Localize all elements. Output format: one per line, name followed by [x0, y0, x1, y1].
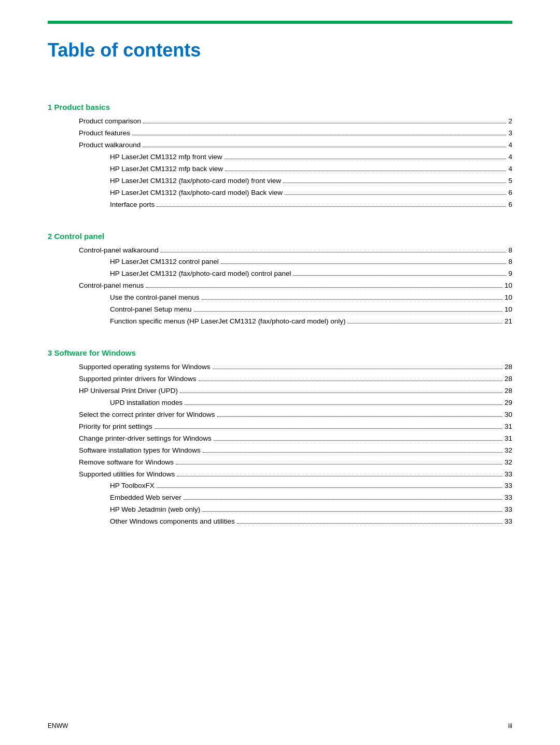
toc-entry-e3-12: Embedded Web server33 — [48, 492, 512, 504]
entry-dots-e2-3 — [293, 275, 506, 276]
entry-dots-e1-4 — [225, 159, 507, 159]
entry-page-e2-4: 10 — [505, 280, 512, 292]
entry-text-e3-2: Supported printer drivers for Windows — [79, 373, 197, 385]
top-border — [48, 21, 512, 24]
entry-text-e3-5: Select the correct printer driver for Wi… — [79, 409, 215, 421]
entry-dots-e3-4 — [185, 404, 502, 405]
entry-dots-e2-1 — [161, 252, 507, 252]
entry-dots-e1-2 — [132, 135, 506, 135]
entry-page-e2-1: 8 — [508, 245, 512, 257]
entry-text-e1-2: Product features — [79, 128, 130, 139]
toc-entry-e1-2: Product features3 — [48, 128, 512, 139]
entry-dots-e3-5 — [217, 416, 502, 417]
entry-text-e3-7: Change printer-driver settings for Windo… — [79, 433, 212, 445]
entry-dots-e3-1 — [213, 369, 502, 369]
entry-page-e2-7: 21 — [505, 316, 512, 328]
toc-entry-e2-7: Function specific menus (HP LaserJet CM1… — [48, 316, 512, 328]
toc-entry-e1-4: HP LaserJet CM1312 mfp front view4 — [48, 151, 512, 163]
entry-dots-e3-8 — [203, 452, 502, 453]
toc-entry-e2-5: Use the control-panel menus10 — [48, 292, 512, 304]
entry-text-e3-9: Remove software for Windows — [79, 457, 174, 469]
entry-dots-e3-7 — [214, 440, 502, 441]
toc-entry-e1-1: Product comparison2 — [48, 116, 512, 128]
toc-entry-e3-4: UPD installation modes29 — [48, 397, 512, 409]
entry-dots-e3-13 — [202, 511, 502, 512]
entry-page-e2-3: 9 — [508, 268, 512, 280]
entry-dots-e3-11 — [157, 487, 502, 488]
entry-page-e2-6: 10 — [505, 304, 512, 316]
entry-text-e2-3: HP LaserJet CM1312 (fax/photo-card model… — [110, 268, 291, 280]
entry-text-e1-8: Interface ports — [110, 199, 155, 211]
entry-page-e3-2: 28 — [505, 373, 512, 385]
entry-text-e1-4: HP LaserJet CM1312 mfp front view — [110, 151, 222, 163]
entry-dots-e1-8 — [157, 206, 506, 207]
entry-dots-e2-7 — [347, 323, 502, 324]
toc-entry-e3-1: Supported operating systems for Windows2… — [48, 361, 512, 373]
entry-dots-e3-6 — [155, 428, 502, 429]
section-2-heading: 2 Control panel — [48, 232, 512, 241]
entry-text-e2-5: Use the control-panel menus — [110, 292, 200, 304]
entry-dots-e2-2 — [221, 263, 507, 264]
entry-dots-e2-5 — [202, 299, 502, 300]
entry-dots-e1-7 — [285, 194, 507, 195]
entry-text-e2-4: Control-panel menus — [79, 280, 144, 292]
toc-entry-e2-4: Control-panel menus10 — [48, 280, 512, 292]
entry-dots-e3-12 — [184, 499, 502, 500]
entry-dots-e3-10 — [177, 476, 502, 476]
entry-page-e1-5: 4 — [508, 163, 512, 175]
entry-dots-e1-5 — [225, 171, 506, 171]
toc-entry-e3-2: Supported printer drivers for Windows28 — [48, 373, 512, 385]
entry-dots-e3-3 — [180, 392, 502, 393]
entry-page-e3-4: 29 — [505, 397, 512, 409]
toc-entry-e3-7: Change printer-driver settings for Windo… — [48, 433, 512, 445]
toc-entry-e2-3: HP LaserJet CM1312 (fax/photo-card model… — [48, 268, 512, 280]
entry-page-e3-9: 32 — [505, 457, 512, 469]
entry-page-e3-6: 31 — [505, 421, 512, 433]
entry-page-e3-13: 33 — [505, 504, 512, 516]
section-3-heading: 3 Software for Windows — [48, 348, 512, 357]
entry-page-e1-1: 2 — [508, 116, 512, 128]
toc-entry-e3-14: Other Windows components and utilities33 — [48, 516, 512, 528]
entry-text-e3-14: Other Windows components and utilities — [110, 516, 235, 528]
entry-text-e3-6: Priority for print settings — [79, 421, 152, 433]
entry-text-e3-13: HP Web Jetadmin (web only) — [110, 504, 200, 516]
toc-entry-e3-3: HP Universal Print Driver (UPD)28 — [48, 385, 512, 397]
entry-text-e3-10: Supported utilities for Windows — [79, 469, 175, 481]
toc-entry-e3-10: Supported utilities for Windows33 — [48, 469, 512, 481]
entry-page-e1-6: 5 — [508, 175, 512, 187]
page-title: Table of contents — [48, 39, 512, 61]
entry-page-e1-3: 4 — [508, 139, 512, 151]
toc-entry-e2-6: Control-panel Setup menu10 — [48, 304, 512, 316]
toc-entry-e1-7: HP LaserJet CM1312 (fax/photo-card model… — [48, 187, 512, 199]
toc-entry-e3-11: HP ToolboxFX33 — [48, 480, 512, 492]
entry-text-e3-1: Supported operating systems for Windows — [79, 361, 211, 373]
entry-page-e3-11: 33 — [505, 480, 512, 492]
toc-entry-e1-8: Interface ports6 — [48, 199, 512, 211]
page: Table of contents 1 Product basicsProduc… — [0, 0, 560, 745]
toc-entry-e2-1: Control-panel walkaround8 — [48, 245, 512, 257]
toc-entry-e2-2: HP LaserJet CM1312 control panel8 — [48, 256, 512, 268]
entry-dots-e1-6 — [283, 182, 507, 183]
entry-dots-e3-9 — [176, 464, 502, 465]
toc-entry-e1-3: Product walkaround4 — [48, 139, 512, 151]
entry-page-e2-5: 10 — [505, 292, 512, 304]
entry-text-e3-12: Embedded Web server — [110, 492, 181, 504]
entry-text-e2-6: Control-panel Setup menu — [110, 304, 192, 316]
entry-dots-e3-2 — [199, 381, 502, 381]
footer-right: iii — [508, 722, 512, 729]
entry-page-e3-1: 28 — [505, 361, 512, 373]
entry-page-e3-12: 33 — [505, 492, 512, 504]
entry-text-e2-2: HP LaserJet CM1312 control panel — [110, 256, 219, 268]
entry-page-e3-5: 30 — [505, 409, 512, 421]
entry-text-e1-7: HP LaserJet CM1312 (fax/photo-card model… — [110, 187, 283, 199]
toc-entry-e1-6: HP LaserJet CM1312 (fax/photo-card model… — [48, 175, 512, 187]
entry-dots-e2-6 — [194, 311, 502, 312]
entry-page-e1-8: 6 — [508, 199, 512, 211]
entry-text-e3-8: Software installation types for Windows — [79, 445, 201, 457]
toc-container: 1 Product basicsProduct comparison2Produ… — [48, 103, 512, 528]
entry-text-e1-1: Product comparison — [79, 116, 141, 128]
entry-page-e1-7: 6 — [508, 187, 512, 199]
toc-entry-e1-5: HP LaserJet CM1312 mfp back view4 — [48, 163, 512, 175]
footer-left: ENWW — [48, 722, 68, 729]
toc-entry-e3-5: Select the correct printer driver for Wi… — [48, 409, 512, 421]
